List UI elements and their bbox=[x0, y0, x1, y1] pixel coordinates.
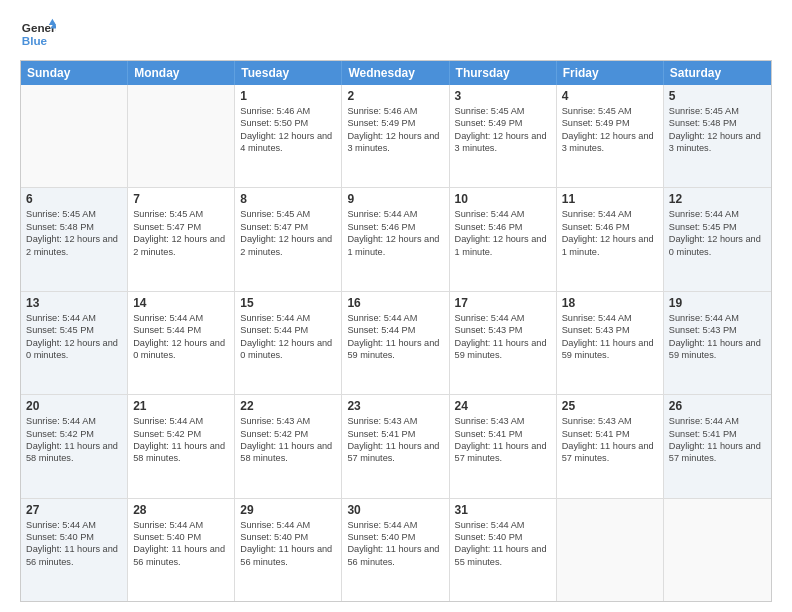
calendar-cell: 2Sunrise: 5:46 AM Sunset: 5:49 PM Daylig… bbox=[342, 85, 449, 187]
logo-icon: General Blue bbox=[20, 16, 56, 52]
calendar-cell: 19Sunrise: 5:44 AM Sunset: 5:43 PM Dayli… bbox=[664, 292, 771, 394]
day-info: Sunrise: 5:44 AM Sunset: 5:44 PM Dayligh… bbox=[133, 312, 229, 362]
day-number: 31 bbox=[455, 503, 551, 517]
day-info: Sunrise: 5:44 AM Sunset: 5:46 PM Dayligh… bbox=[455, 208, 551, 258]
day-number: 5 bbox=[669, 89, 766, 103]
calendar-cell: 15Sunrise: 5:44 AM Sunset: 5:44 PM Dayli… bbox=[235, 292, 342, 394]
calendar-cell: 8Sunrise: 5:45 AM Sunset: 5:47 PM Daylig… bbox=[235, 188, 342, 290]
day-info: Sunrise: 5:44 AM Sunset: 5:46 PM Dayligh… bbox=[562, 208, 658, 258]
day-info: Sunrise: 5:45 AM Sunset: 5:49 PM Dayligh… bbox=[562, 105, 658, 155]
calendar-cell: 20Sunrise: 5:44 AM Sunset: 5:42 PM Dayli… bbox=[21, 395, 128, 497]
day-info: Sunrise: 5:43 AM Sunset: 5:41 PM Dayligh… bbox=[347, 415, 443, 465]
calendar-cell: 26Sunrise: 5:44 AM Sunset: 5:41 PM Dayli… bbox=[664, 395, 771, 497]
calendar-cell: 18Sunrise: 5:44 AM Sunset: 5:43 PM Dayli… bbox=[557, 292, 664, 394]
calendar-cell bbox=[128, 85, 235, 187]
header: General Blue bbox=[20, 16, 772, 52]
calendar-cell: 6Sunrise: 5:45 AM Sunset: 5:48 PM Daylig… bbox=[21, 188, 128, 290]
day-info: Sunrise: 5:45 AM Sunset: 5:48 PM Dayligh… bbox=[669, 105, 766, 155]
calendar-cell: 29Sunrise: 5:44 AM Sunset: 5:40 PM Dayli… bbox=[235, 499, 342, 601]
day-number: 29 bbox=[240, 503, 336, 517]
day-info: Sunrise: 5:44 AM Sunset: 5:40 PM Dayligh… bbox=[133, 519, 229, 569]
calendar-cell: 31Sunrise: 5:44 AM Sunset: 5:40 PM Dayli… bbox=[450, 499, 557, 601]
calendar-cell: 23Sunrise: 5:43 AM Sunset: 5:41 PM Dayli… bbox=[342, 395, 449, 497]
day-number: 9 bbox=[347, 192, 443, 206]
day-info: Sunrise: 5:46 AM Sunset: 5:50 PM Dayligh… bbox=[240, 105, 336, 155]
calendar-cell bbox=[664, 499, 771, 601]
day-info: Sunrise: 5:44 AM Sunset: 5:42 PM Dayligh… bbox=[26, 415, 122, 465]
calendar-week: 20Sunrise: 5:44 AM Sunset: 5:42 PM Dayli… bbox=[21, 395, 771, 498]
day-number: 4 bbox=[562, 89, 658, 103]
day-number: 10 bbox=[455, 192, 551, 206]
calendar-week: 6Sunrise: 5:45 AM Sunset: 5:48 PM Daylig… bbox=[21, 188, 771, 291]
day-number: 25 bbox=[562, 399, 658, 413]
day-number: 18 bbox=[562, 296, 658, 310]
day-info: Sunrise: 5:44 AM Sunset: 5:40 PM Dayligh… bbox=[26, 519, 122, 569]
calendar-cell: 9Sunrise: 5:44 AM Sunset: 5:46 PM Daylig… bbox=[342, 188, 449, 290]
calendar-cell: 21Sunrise: 5:44 AM Sunset: 5:42 PM Dayli… bbox=[128, 395, 235, 497]
calendar-cell: 4Sunrise: 5:45 AM Sunset: 5:49 PM Daylig… bbox=[557, 85, 664, 187]
day-number: 17 bbox=[455, 296, 551, 310]
day-number: 22 bbox=[240, 399, 336, 413]
day-info: Sunrise: 5:44 AM Sunset: 5:45 PM Dayligh… bbox=[26, 312, 122, 362]
svg-text:Blue: Blue bbox=[22, 34, 48, 47]
day-number: 27 bbox=[26, 503, 122, 517]
calendar-cell: 27Sunrise: 5:44 AM Sunset: 5:40 PM Dayli… bbox=[21, 499, 128, 601]
calendar-cell: 10Sunrise: 5:44 AM Sunset: 5:46 PM Dayli… bbox=[450, 188, 557, 290]
day-info: Sunrise: 5:45 AM Sunset: 5:47 PM Dayligh… bbox=[133, 208, 229, 258]
day-info: Sunrise: 5:44 AM Sunset: 5:43 PM Dayligh… bbox=[455, 312, 551, 362]
day-number: 13 bbox=[26, 296, 122, 310]
day-info: Sunrise: 5:46 AM Sunset: 5:49 PM Dayligh… bbox=[347, 105, 443, 155]
day-info: Sunrise: 5:44 AM Sunset: 5:44 PM Dayligh… bbox=[347, 312, 443, 362]
page: General Blue SundayMondayTuesdayWednesda… bbox=[0, 0, 792, 612]
calendar-cell: 7Sunrise: 5:45 AM Sunset: 5:47 PM Daylig… bbox=[128, 188, 235, 290]
calendar-cell: 5Sunrise: 5:45 AM Sunset: 5:48 PM Daylig… bbox=[664, 85, 771, 187]
day-info: Sunrise: 5:44 AM Sunset: 5:44 PM Dayligh… bbox=[240, 312, 336, 362]
calendar-cell: 14Sunrise: 5:44 AM Sunset: 5:44 PM Dayli… bbox=[128, 292, 235, 394]
day-number: 14 bbox=[133, 296, 229, 310]
calendar-cell: 22Sunrise: 5:43 AM Sunset: 5:42 PM Dayli… bbox=[235, 395, 342, 497]
day-number: 20 bbox=[26, 399, 122, 413]
day-info: Sunrise: 5:45 AM Sunset: 5:48 PM Dayligh… bbox=[26, 208, 122, 258]
calendar-header-cell: Tuesday bbox=[235, 61, 342, 85]
day-number: 2 bbox=[347, 89, 443, 103]
calendar-header-cell: Monday bbox=[128, 61, 235, 85]
day-info: Sunrise: 5:44 AM Sunset: 5:40 PM Dayligh… bbox=[240, 519, 336, 569]
day-number: 8 bbox=[240, 192, 336, 206]
day-info: Sunrise: 5:44 AM Sunset: 5:41 PM Dayligh… bbox=[669, 415, 766, 465]
calendar: SundayMondayTuesdayWednesdayThursdayFrid… bbox=[20, 60, 772, 602]
day-info: Sunrise: 5:45 AM Sunset: 5:47 PM Dayligh… bbox=[240, 208, 336, 258]
day-info: Sunrise: 5:44 AM Sunset: 5:43 PM Dayligh… bbox=[562, 312, 658, 362]
day-info: Sunrise: 5:44 AM Sunset: 5:43 PM Dayligh… bbox=[669, 312, 766, 362]
calendar-header-cell: Sunday bbox=[21, 61, 128, 85]
day-number: 30 bbox=[347, 503, 443, 517]
calendar-cell: 11Sunrise: 5:44 AM Sunset: 5:46 PM Dayli… bbox=[557, 188, 664, 290]
day-number: 12 bbox=[669, 192, 766, 206]
calendar-week: 13Sunrise: 5:44 AM Sunset: 5:45 PM Dayli… bbox=[21, 292, 771, 395]
day-info: Sunrise: 5:44 AM Sunset: 5:45 PM Dayligh… bbox=[669, 208, 766, 258]
day-number: 11 bbox=[562, 192, 658, 206]
calendar-cell: 17Sunrise: 5:44 AM Sunset: 5:43 PM Dayli… bbox=[450, 292, 557, 394]
day-number: 1 bbox=[240, 89, 336, 103]
calendar-cell: 24Sunrise: 5:43 AM Sunset: 5:41 PM Dayli… bbox=[450, 395, 557, 497]
day-number: 19 bbox=[669, 296, 766, 310]
day-info: Sunrise: 5:44 AM Sunset: 5:40 PM Dayligh… bbox=[455, 519, 551, 569]
calendar-header-cell: Friday bbox=[557, 61, 664, 85]
calendar-week: 27Sunrise: 5:44 AM Sunset: 5:40 PM Dayli… bbox=[21, 499, 771, 601]
calendar-header-cell: Thursday bbox=[450, 61, 557, 85]
calendar-header-row: SundayMondayTuesdayWednesdayThursdayFrid… bbox=[21, 61, 771, 85]
day-number: 21 bbox=[133, 399, 229, 413]
day-info: Sunrise: 5:44 AM Sunset: 5:40 PM Dayligh… bbox=[347, 519, 443, 569]
day-info: Sunrise: 5:43 AM Sunset: 5:41 PM Dayligh… bbox=[455, 415, 551, 465]
day-info: Sunrise: 5:44 AM Sunset: 5:42 PM Dayligh… bbox=[133, 415, 229, 465]
day-number: 6 bbox=[26, 192, 122, 206]
calendar-cell: 1Sunrise: 5:46 AM Sunset: 5:50 PM Daylig… bbox=[235, 85, 342, 187]
day-number: 16 bbox=[347, 296, 443, 310]
day-number: 3 bbox=[455, 89, 551, 103]
calendar-header-cell: Wednesday bbox=[342, 61, 449, 85]
calendar-cell bbox=[21, 85, 128, 187]
calendar-week: 1Sunrise: 5:46 AM Sunset: 5:50 PM Daylig… bbox=[21, 85, 771, 188]
calendar-cell: 12Sunrise: 5:44 AM Sunset: 5:45 PM Dayli… bbox=[664, 188, 771, 290]
calendar-cell: 25Sunrise: 5:43 AM Sunset: 5:41 PM Dayli… bbox=[557, 395, 664, 497]
calendar-cell: 13Sunrise: 5:44 AM Sunset: 5:45 PM Dayli… bbox=[21, 292, 128, 394]
day-info: Sunrise: 5:43 AM Sunset: 5:42 PM Dayligh… bbox=[240, 415, 336, 465]
